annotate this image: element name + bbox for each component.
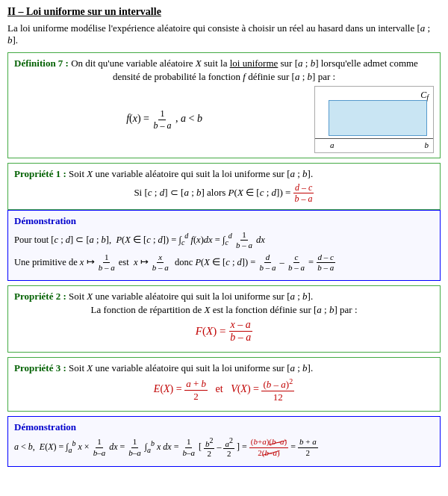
section-title: II – Loi uniforme sur un intervalle <box>7 6 441 18</box>
intro-text: La loi uniforme modélise l'expérience al… <box>7 22 441 46</box>
demo1-box: Démonstration Pour tout [c ; d] ⊂ [a ; b… <box>7 210 441 281</box>
propriete2-header: Propriété 2 : Soit X une variable aléato… <box>14 291 434 303</box>
propriete1-box: Propriété 1 : Soit X une variable aléato… <box>7 163 441 210</box>
propriete2-subtext: La fonction de répartition de X est la f… <box>14 304 434 316</box>
definition-header: Définition 7 : On dit qu'une variable al… <box>14 58 434 69</box>
demo2-line1: a < b, E(X) = ∫ab x × 1 b–a dx = 1 b–a ∫… <box>14 436 434 459</box>
propriete1-body: Si [c ; d] ⊂ [a ; b] alors P(X ∈ [c ; d]… <box>14 182 434 205</box>
graph-label-b: b <box>425 140 429 149</box>
propriete3-box: Propriété 3 : Soit X une variable aléato… <box>7 357 441 412</box>
definition-formula: f(x) = 1 b – a , a < b <box>14 108 314 131</box>
definition-graph: Cf a b <box>314 86 434 153</box>
demo2-header: Démonstration <box>14 421 434 433</box>
demo2-box: Démonstration a < b, E(X) = ∫ab x × 1 b–… <box>7 416 441 467</box>
propriete3-header: Propriété 3 : Soit X une variable aléato… <box>14 362 434 374</box>
demo1-line2: Une primitive de x ↦ 1 b – a est x ↦ x b… <box>14 252 434 273</box>
graph-label-a: a <box>330 140 335 149</box>
definition-content: f(x) = 1 b – a , a < b Cf a b <box>14 86 434 153</box>
propriete3-formula: E(X) = a + b 2 et V(X) = (b – a)2 12 <box>14 377 434 403</box>
propriete2-box: Propriété 2 : Soit X une variable aléato… <box>7 285 441 353</box>
definition-subtext: densité de probabilité la fonction f déf… <box>14 71 434 83</box>
graph-rect <box>329 100 427 136</box>
demo1-line1: Pour tout [c ; d] ⊂ [a ; b], P(X ∈ [c ; … <box>14 230 434 250</box>
definition-box: Définition 7 : On dit qu'une variable al… <box>7 52 441 158</box>
demo1-header: Démonstration <box>14 215 434 227</box>
propriete1-header: Propriété 1 : Soit X une variable aléato… <box>14 168 434 180</box>
propriete2-formula: F(X) = x – a b – a <box>14 319 434 345</box>
